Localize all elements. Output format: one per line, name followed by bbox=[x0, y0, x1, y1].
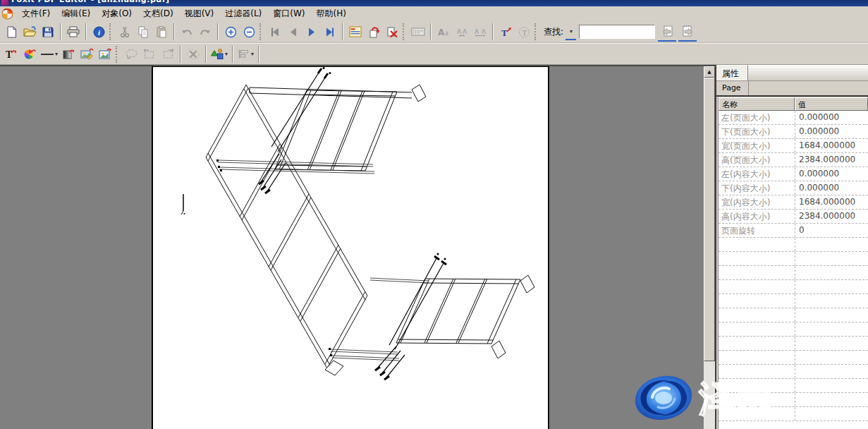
menu-file[interactable]: 文件(F) bbox=[16, 6, 56, 21]
virtual-keyboard-button[interactable] bbox=[409, 23, 427, 41]
text-mode-button[interactable]: T bbox=[515, 23, 533, 41]
zoom-out-button[interactable] bbox=[240, 23, 258, 41]
redo-button[interactable] bbox=[196, 23, 214, 41]
align-objects-button[interactable]: ▾ bbox=[236, 45, 255, 64]
page-layout-button[interactable] bbox=[346, 23, 365, 41]
scrollbar-thumb[interactable] bbox=[704, 78, 715, 361]
find-previous-button[interactable] bbox=[658, 23, 676, 42]
column-header-value[interactable]: 值 bbox=[795, 97, 868, 111]
last-page-button[interactable] bbox=[321, 23, 339, 41]
separator bbox=[492, 23, 494, 40]
svg-text:A: A bbox=[457, 28, 462, 35]
save-floppy-icon bbox=[42, 26, 54, 37]
foxit-pdf-editor-window: { "window": { "title": "Foxit PDF Editor… bbox=[0, 0, 868, 429]
find-previous-icon bbox=[661, 25, 674, 37]
insert-shapes-button[interactable]: ▾ bbox=[209, 45, 229, 64]
toolbar-grip[interactable] bbox=[403, 23, 406, 40]
align-left-icon bbox=[238, 49, 250, 59]
zoom-out-icon bbox=[243, 26, 255, 38]
properties-panel-title[interactable]: 属性 bbox=[716, 65, 748, 80]
zoom-in-button[interactable] bbox=[221, 23, 240, 41]
toolbar-grip[interactable] bbox=[109, 23, 113, 40]
svg-text:A: A bbox=[463, 28, 467, 35]
line-style-button[interactable]: ▾ bbox=[39, 45, 59, 64]
cad-ladder-tray-drawing bbox=[153, 67, 548, 429]
find-next-icon bbox=[681, 25, 695, 37]
color-button[interactable] bbox=[20, 45, 39, 64]
menu-filter[interactable]: 过滤器(L) bbox=[219, 6, 267, 21]
char-spacing-wide-icon: AA bbox=[474, 27, 487, 37]
insert-text-button[interactable]: T bbox=[496, 23, 515, 41]
line-icon bbox=[40, 52, 54, 57]
print-button[interactable] bbox=[64, 23, 82, 41]
properties-table-header: 名称 值 bbox=[719, 97, 868, 111]
prev-page-button[interactable] bbox=[284, 23, 302, 41]
svg-text:A: A bbox=[482, 28, 487, 35]
find-options-dropdown[interactable]: ▾ bbox=[566, 23, 576, 40]
svg-text:T: T bbox=[6, 49, 13, 60]
toolbar-grip[interactable] bbox=[116, 46, 119, 63]
menu-document[interactable]: 文档(D) bbox=[137, 6, 179, 21]
copy-button[interactable] bbox=[134, 23, 152, 41]
vertical-scrollbar[interactable]: ▲ bbox=[704, 66, 715, 429]
edit-image-button[interactable] bbox=[78, 45, 96, 64]
gradient-fill-icon bbox=[63, 48, 75, 60]
char-spacing-narrow-button[interactable]: AA bbox=[453, 23, 471, 41]
chevron-down-icon: ▾ bbox=[570, 28, 573, 35]
cut-scissors-icon bbox=[119, 26, 130, 38]
insert-text-icon: T bbox=[500, 26, 512, 38]
find-input[interactable] bbox=[579, 25, 655, 39]
tab-page[interactable]: Page bbox=[716, 81, 749, 95]
document-canvas-area[interactable] bbox=[0, 65, 715, 429]
first-page-button[interactable] bbox=[266, 23, 284, 41]
menu-help[interactable]: 帮助(H) bbox=[311, 6, 352, 21]
color-wheel-icon bbox=[23, 48, 36, 60]
rotate-selection-left-button[interactable] bbox=[140, 45, 159, 64]
rotate-page-button[interactable] bbox=[365, 23, 383, 41]
find-next-button[interactable] bbox=[678, 23, 697, 42]
toolbar-grip[interactable] bbox=[259, 23, 263, 40]
separator bbox=[430, 23, 432, 40]
menu-object[interactable]: 对象(O) bbox=[96, 6, 137, 21]
save-button[interactable] bbox=[39, 23, 57, 41]
menu-edit[interactable]: 编辑(E) bbox=[56, 6, 96, 21]
printer-icon bbox=[67, 26, 80, 37]
lasso-select-button[interactable] bbox=[122, 45, 140, 64]
separator bbox=[173, 23, 175, 40]
separator bbox=[85, 23, 87, 40]
document-info-button[interactable]: i bbox=[90, 23, 108, 41]
delete-selection-button[interactable] bbox=[184, 45, 202, 64]
add-text-object-button[interactable]: T bbox=[2, 45, 20, 64]
menu-view[interactable]: 视图(V) bbox=[179, 6, 220, 21]
panel-title-row: 属性 bbox=[716, 65, 868, 81]
separator bbox=[217, 23, 219, 40]
replace-image-button[interactable] bbox=[96, 45, 114, 64]
svg-text:A: A bbox=[475, 28, 479, 35]
menu-window[interactable]: 窗口(W) bbox=[267, 6, 310, 21]
toolbar-grip[interactable] bbox=[534, 23, 538, 40]
property-row-content-width: 宽(内容大小) 1684.000000 bbox=[719, 195, 868, 210]
new-document-button[interactable] bbox=[2, 23, 20, 41]
shading-button[interactable] bbox=[59, 45, 78, 64]
image-icon bbox=[99, 48, 112, 60]
char-spacing-wide-button[interactable]: AA bbox=[471, 23, 489, 41]
scroll-up-button[interactable]: ▲ bbox=[704, 66, 715, 78]
panel-tab-row: Page bbox=[716, 81, 868, 97]
info-icon: i bbox=[93, 26, 105, 38]
open-button[interactable] bbox=[20, 23, 39, 41]
up-arrow-icon: ▲ bbox=[707, 69, 711, 75]
column-header-name[interactable]: 名称 bbox=[719, 97, 795, 111]
keyboard-icon bbox=[411, 27, 425, 37]
paste-button[interactable] bbox=[152, 23, 171, 41]
title-bar: Foxit PDF Editor - [anzhuang.pdf] bbox=[0, 0, 868, 6]
delete-page-icon bbox=[386, 26, 398, 38]
rotate-selection-right-button[interactable] bbox=[159, 45, 177, 64]
cut-button[interactable] bbox=[116, 23, 134, 41]
pdf-page[interactable] bbox=[152, 66, 549, 429]
font-size-button[interactable]: Aa bbox=[434, 23, 453, 41]
undo-button[interactable] bbox=[178, 23, 196, 41]
next-page-button[interactable] bbox=[302, 23, 321, 41]
first-page-icon bbox=[269, 27, 281, 37]
delete-page-button[interactable] bbox=[383, 23, 401, 41]
properties-table: 名称 值 左(页面大小) 0.000000 下(页面大小) 0.000000 宽… bbox=[718, 97, 868, 429]
